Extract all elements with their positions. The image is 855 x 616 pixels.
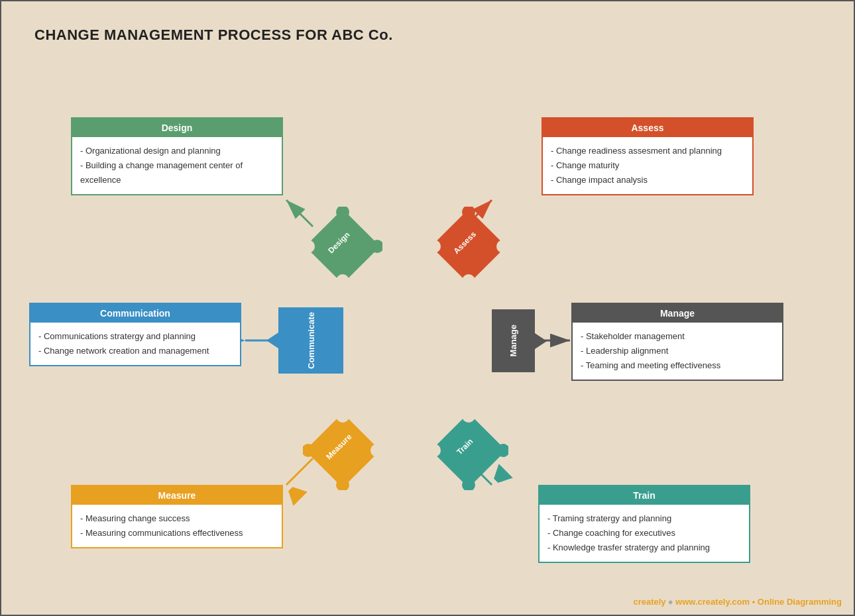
train-info-box: Train - Traming stratergy and planning -… [538, 485, 750, 563]
manage-label: Manage [508, 325, 518, 356]
assess-info-box: Assess - Change readiness assesment and … [542, 117, 754, 195]
assess-header: Assess [543, 119, 752, 137]
measure-info-box: Measure - Measuring change success - Mea… [71, 485, 283, 548]
communication-header: Communication [30, 304, 240, 323]
train-item-1: - Traming stratergy and planning [547, 511, 741, 526]
manage-info-box: Manage - Stakeholder management - Leader… [571, 303, 783, 381]
train-body: - Traming stratergy and planning - Chang… [540, 505, 749, 562]
train-header: Train [540, 486, 749, 505]
measure-item-1: - Measuring change success [80, 511, 274, 526]
manage-item-3: - Teaming and meeting effectiveness [581, 358, 774, 373]
train-item-2: - Change coaching for executives [547, 526, 741, 540]
svg-rect-18 [431, 209, 506, 283]
assess-diamond: Assess [429, 207, 508, 289]
brand-url: www.creately.com • Online Diagramming [675, 597, 842, 607]
svg-rect-30 [431, 413, 506, 488]
train-diamond: Train [429, 411, 508, 493]
manage-item-2: - Leadership alignment [581, 344, 774, 358]
manage-body: - Stakeholder management - Leadership al… [573, 323, 782, 380]
manage-block: Manage [492, 309, 535, 372]
design-body: - Organizational design and planning - B… [72, 137, 282, 194]
communication-info-box: Communication - Communications stratergy… [29, 303, 241, 366]
brand-dot: ● [668, 597, 675, 607]
svg-rect-24 [305, 413, 380, 488]
measure-diamond: Measure [303, 411, 382, 493]
svg-rect-12 [305, 209, 380, 283]
communicate-block: Communicate [278, 307, 343, 374]
manage-header: Manage [573, 304, 782, 323]
train-item-3: - Knowledge trasfer stratergy and planni… [547, 540, 741, 555]
page-title: CHANGE MANAGEMENT PROCESS FOR ABC Co. [34, 26, 393, 44]
design-item-2: - Building a change management center of… [80, 158, 274, 187]
communication-item-1: - Communications stratergy and planning [38, 329, 232, 344]
communication-item-2: - Change network creation and management [38, 344, 232, 358]
communication-body: - Communications stratergy and planning … [30, 323, 240, 365]
design-info-box: Design - Organizational design and plann… [71, 117, 283, 195]
canvas: CHANGE MANAGEMENT PROCESS FOR ABC Co. [0, 0, 855, 616]
assess-item-3: - Change impact analysis [551, 173, 744, 187]
design-header: Design [72, 119, 282, 137]
communicate-label: Communicate [306, 312, 316, 369]
design-diamond: Design [303, 207, 382, 289]
design-item-1: - Organizational design and planning [80, 144, 274, 158]
brand-name: creately [633, 597, 665, 607]
assess-item-2: - Change maturity [551, 158, 744, 173]
watermark: creately ● www.creately.com • Online Dia… [633, 597, 842, 607]
assess-item-1: - Change readiness assesment and plannin… [551, 144, 744, 158]
manage-item-1: - Stakeholder management [581, 329, 774, 344]
measure-body: - Measuring change success - Measuring c… [72, 505, 282, 547]
measure-header: Measure [72, 486, 282, 505]
assess-body: - Change readiness assesment and plannin… [543, 137, 752, 194]
measure-item-2: - Measuring communications effectiveness [80, 526, 274, 540]
